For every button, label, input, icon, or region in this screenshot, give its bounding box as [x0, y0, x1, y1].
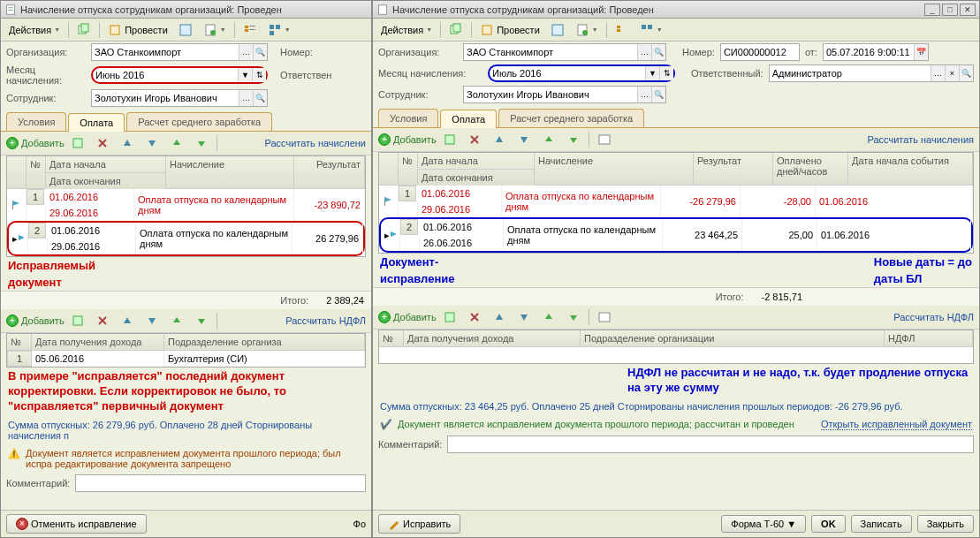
cancel-fix-btn[interactable]: ×Отменить исправление — [6, 514, 147, 534]
max-btn[interactable]: □ — [942, 4, 958, 16]
open-corrected-link[interactable]: Открыть исправленный документ — [821, 419, 972, 430]
form-btn[interactable]: Форма Т-60▼ — [721, 515, 806, 533]
post-btn[interactable]: Провести — [475, 21, 544, 39]
post-btn[interactable]: Провести — [103, 21, 172, 39]
emp-input[interactable]: Золотухин Игорь Иванович…🔍 — [91, 89, 268, 107]
month-label: Месяц начисления: — [6, 64, 86, 86]
annotation: документ — [1, 274, 371, 291]
date-input[interactable]: 05.07.2016 9:00:11📅 — [823, 43, 929, 61]
tab-conditions[interactable]: Условия — [6, 112, 66, 131]
copy-btn[interactable] — [444, 21, 467, 39]
add-ndfl[interactable]: +Добавить — [6, 314, 65, 327]
tool-2[interactable]: ▼ — [199, 21, 231, 39]
svg-rect-14 — [276, 25, 280, 29]
actions-menu[interactable]: Действия▼ — [376, 21, 437, 39]
svg-rect-11 — [249, 26, 255, 27]
svg-rect-19 — [379, 4, 387, 14]
pencil-icon — [388, 518, 400, 530]
tab-avg[interactable]: Расчет среднего заработка — [498, 109, 644, 127]
actions-menu[interactable]: Действия▼ — [4, 21, 65, 39]
min-btn[interactable]: _ — [924, 4, 940, 16]
t1[interactable] — [66, 134, 89, 152]
window-title: Начисление отпуска сотрудникам организац… — [392, 4, 654, 15]
bottom-bar: ×Отменить исправление Фо — [1, 510, 371, 537]
t5[interactable] — [165, 134, 188, 152]
check-icon: ✔️ — [380, 419, 392, 430]
svg-rect-9 — [245, 26, 248, 28]
save-btn[interactable]: Записать — [851, 515, 912, 533]
month-input[interactable]: Июнь 2016▼⇅ — [91, 66, 268, 84]
close-btn[interactable]: Закрыть — [917, 515, 974, 533]
main-toolbar: Действия▼ Провести ▼ ▼ — [373, 19, 979, 42]
copy-btn[interactable] — [72, 21, 95, 39]
dropdown-icon[interactable]: ▼ — [238, 68, 252, 82]
table-row[interactable]: 1 01.06.201629.06.2016 Оплата отпуска по… — [7, 189, 365, 221]
t2[interactable] — [91, 134, 114, 152]
number-input[interactable]: СИ000000012 — [720, 43, 800, 61]
svg-rect-18 — [73, 316, 82, 325]
col-result: Результат — [294, 156, 365, 189]
t4[interactable] — [141, 134, 163, 152]
svg-rect-16 — [73, 139, 82, 148]
tab-payment[interactable]: Оплата — [440, 110, 497, 128]
tab-payment[interactable]: Оплата — [68, 113, 125, 132]
comment-input[interactable] — [75, 474, 366, 492]
tool-3[interactable] — [239, 21, 262, 39]
table-row[interactable]: 1 05.06.2016 Бухгалтерия (СИ) — [7, 351, 365, 367]
comment-row: Комментарий: — [373, 434, 979, 455]
org-input[interactable]: ЗАО Станкоимпорт…🔍 — [91, 43, 268, 61]
accrual-table: № Дата начала Дата окончания Начисление … — [378, 152, 974, 254]
calc-link[interactable]: Рассчитать начислени — [264, 138, 366, 148]
tool-1[interactable] — [174, 21, 197, 39]
tab-avg[interactable]: Расчет среднего заработка — [126, 112, 272, 131]
col-icon — [7, 156, 27, 189]
ok-btn[interactable]: OK — [811, 515, 846, 533]
add-ndfl[interactable]: +Добавить — [378, 311, 437, 323]
close-btn[interactable]: ✕ — [960, 4, 976, 16]
table-row[interactable]: 1 01.06.201629.06.2016 Оплата отпуска по… — [379, 186, 973, 217]
tabs: Условия Оплата Расчет среднего заработка — [373, 105, 979, 128]
comment-input[interactable] — [447, 436, 974, 453]
add-link[interactable]: +Добавить — [6, 137, 65, 149]
row-emp: Сотрудник: Золотухин Игорь Иванович…🔍 — [1, 87, 371, 109]
titlebar-right: Начисление отпуска сотрудникам организац… — [373, 1, 979, 19]
fix-btn[interactable]: Исправить — [378, 514, 460, 534]
t3[interactable] — [116, 134, 139, 152]
svg-point-8 — [210, 30, 216, 35]
calc-ndfl[interactable]: Рассчитать НДФЛ — [893, 312, 974, 322]
emp-input[interactable]: Золотухин Игорь Иванович…🔍 — [463, 86, 666, 103]
svg-rect-22 — [482, 26, 491, 34]
svg-rect-5 — [110, 26, 119, 34]
add-link[interactable]: +Добавить — [378, 133, 437, 146]
month-input[interactable]: Июль 2016▼⇅ — [488, 64, 675, 82]
tool-4[interactable]: ▼ — [263, 21, 295, 39]
warning: ✔️ Документ является исправлением докуме… — [373, 415, 814, 434]
calendar-icon[interactable]: 📅 — [914, 44, 928, 60]
resp-input[interactable]: Администратор…×🔍 — [769, 64, 974, 82]
ellipsis-btn[interactable]: … — [239, 44, 253, 60]
svg-rect-12 — [249, 29, 255, 30]
window-right: Начисление отпуска сотрудникам организац… — [372, 0, 980, 538]
t6[interactable] — [190, 134, 213, 152]
table-row[interactable]: ▸ 2 01.06.201629.06.2016 Оплата отпуска … — [7, 221, 365, 256]
row-org: Организация: ЗАО Станкоимпорт…🔍 Номер: — [1, 42, 371, 63]
svg-rect-34 — [599, 313, 610, 322]
svg-rect-1 — [8, 7, 12, 8]
tab-conditions[interactable]: Условия — [378, 109, 438, 127]
bottom-bar: Исправить Форма Т-60▼ OK Записать Закрыт… — [373, 510, 979, 537]
svg-rect-6 — [180, 25, 191, 35]
warn-icon: ⚠️ — [8, 448, 20, 459]
org-input[interactable]: ЗАО Станкоимпорт…🔍 — [463, 43, 666, 61]
svg-rect-23 — [552, 25, 563, 35]
row-emp: Сотрудник: Золотухин Игорь Иванович…🔍 — [373, 84, 979, 105]
accrual-table: № Дата начала Дата окончания Начисление … — [6, 155, 366, 257]
calc-link[interactable]: Рассчитать начисления — [868, 134, 975, 145]
calc-ndfl[interactable]: Рассчитать НДФЛ — [285, 315, 366, 326]
svg-rect-33 — [445, 313, 454, 322]
svg-point-25 — [582, 30, 588, 35]
table-row[interactable]: ▸ 2 01.06.201626.06.2016 Оплата отпуска … — [379, 217, 973, 253]
row-org: Организация: ЗАО Станкоимпорт…🔍 Номер: С… — [373, 42, 979, 63]
spin-icon[interactable]: ⇅ — [252, 68, 266, 82]
svg-rect-15 — [270, 31, 274, 35]
search-icon[interactable]: 🔍 — [253, 44, 267, 60]
